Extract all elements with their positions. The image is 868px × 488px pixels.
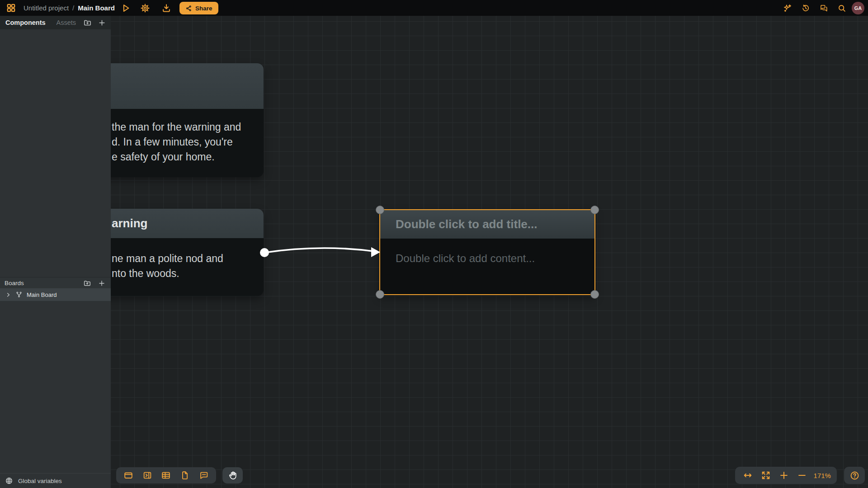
sidebar-tabstrip: Components Assets [0,16,111,29]
add-board-button[interactable] [97,279,106,288]
node-body-line: ne man a polite nod and [112,251,256,266]
node-body[interactable]: Double click to add content... [380,239,594,266]
fit-width-button[interactable] [741,469,755,482]
comment-icon [199,470,209,480]
topbar-right-actions [783,2,846,14]
sidebar: Components Assets Boards [0,16,111,488]
help-icon [849,470,860,481]
selection-handle-bottom-left[interactable] [376,290,384,299]
download-button[interactable] [161,3,172,14]
zoom-in-button[interactable] [777,469,791,482]
panel-icon [142,470,152,480]
folder-plus-icon [83,279,91,287]
node-title-placeholder[interactable]: Double click to add title... [396,217,538,231]
add-document-tool-button[interactable] [178,469,192,482]
share-icon [185,5,192,12]
ai-assistant-button[interactable] [783,4,792,13]
node-body-line: d. In a few minutes, you're [112,135,256,150]
avatar-initials: GA [854,5,862,11]
play-button[interactable] [120,3,131,14]
boards-title: Boards [5,280,24,286]
add-panel-tool-button[interactable] [141,469,154,482]
plus-icon [98,19,106,27]
share-label: Share [195,5,212,12]
board-label: Main Board [27,291,57,298]
breadcrumb-separator: / [72,4,74,12]
globe-icon [5,477,13,485]
expand-icon [761,470,771,480]
node-header[interactable]: Double click to add title... [380,210,594,239]
node-tool-palette [116,467,216,483]
new-board-folder-button[interactable] [83,279,92,288]
tab-components[interactable]: Components [0,19,51,26]
history-icon [801,3,810,14]
node-body-line: nto the woods. [112,266,256,281]
add-table-tool-button[interactable] [159,469,173,482]
sidebar-item-main-board[interactable]: Main Board [0,288,111,301]
comments-button[interactable] [819,4,828,13]
folder-plus-icon [83,19,92,27]
tab-assets[interactable]: Assets [51,19,82,26]
global-variables-label: Global variables [18,478,62,484]
help-button[interactable] [844,467,865,484]
board-name[interactable]: Main Board [78,4,115,12]
node-content-placeholder[interactable]: Double click to add content... [396,251,587,266]
chat-icon [819,3,828,14]
share-button[interactable]: Share [179,2,218,14]
sparkle-icon [783,3,792,14]
breadcrumb: Untitled project / Main Board [24,0,115,16]
zoom-level[interactable]: 171% [814,472,831,479]
plus-icon [779,470,789,480]
node-body-line: the man for the warning and [112,120,256,135]
minus-icon [797,470,807,480]
add-card-tool-button[interactable] [122,469,135,482]
chevron-right-icon[interactable] [5,292,11,298]
project-name[interactable]: Untitled project [24,4,69,12]
add-component-button[interactable] [97,18,106,27]
pan-tool-button[interactable] [222,467,243,483]
hand-icon [228,470,238,480]
settings-button[interactable] [140,3,151,14]
table-icon [161,470,171,480]
global-variables-button[interactable]: Global variables [0,473,111,488]
new-component-folder-button[interactable] [83,18,92,27]
node-title[interactable]: arning [112,216,147,230]
history-button[interactable] [801,4,810,13]
node-body-line: e safety of your home. [112,150,256,164]
gear-icon [140,3,150,13]
search-button[interactable] [837,4,846,13]
play-icon [121,3,131,13]
fit-view-button[interactable] [759,469,773,482]
selection-handle-top-right[interactable] [590,206,599,214]
zoom-toolbar: 171% [735,467,837,484]
card-icon [123,470,133,480]
node-new-selected[interactable]: Double click to add title... Double clic… [379,209,595,295]
arrows-horizontal-icon [743,470,753,480]
plus-icon [98,280,105,287]
selection-handle-bottom-right[interactable] [590,290,599,299]
search-icon [837,3,846,14]
boards-section-header: Boards [0,277,111,288]
board-icon [15,291,23,298]
user-avatar[interactable]: GA [852,2,864,14]
app-logo-icon[interactable] [6,3,16,13]
selection-handle-top-left[interactable] [376,206,384,214]
add-comment-tool-button[interactable] [197,469,211,482]
zoom-out-button[interactable] [795,469,809,482]
document-icon [180,470,190,480]
top-bar: Untitled project / Main Board Share [0,0,868,16]
download-icon [161,3,171,13]
